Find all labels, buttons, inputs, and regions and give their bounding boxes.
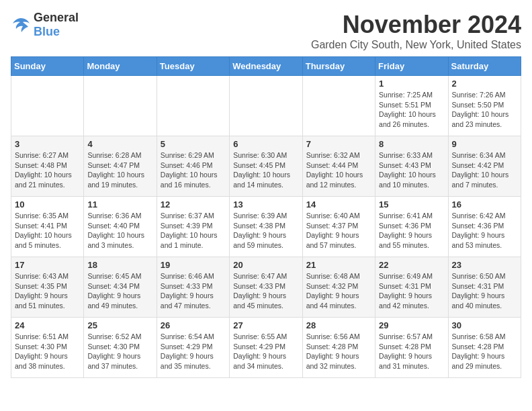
calendar-cell: 25Sunrise: 6:52 AM Sunset: 4:30 PM Dayli…	[84, 318, 157, 378]
day-info: Sunrise: 6:50 AM Sunset: 4:31 PM Dayligh…	[452, 271, 517, 311]
calendar-cell: 6Sunrise: 6:30 AM Sunset: 4:45 PM Daylig…	[230, 136, 302, 197]
day-info: Sunrise: 6:35 AM Sunset: 4:41 PM Dayligh…	[15, 211, 80, 250]
day-number: 19	[161, 260, 226, 270]
calendar-week-5: 24Sunrise: 6:51 AM Sunset: 4:30 PM Dayli…	[11, 318, 521, 378]
day-number: 26	[161, 320, 226, 330]
calendar-cell: 4Sunrise: 6:28 AM Sunset: 4:47 PM Daylig…	[84, 136, 157, 197]
calendar-cell: 24Sunrise: 6:51 AM Sunset: 4:30 PM Dayli…	[11, 318, 84, 378]
weekday-header-row: SundayMondayTuesdayWednesdayThursdayFrid…	[11, 57, 521, 76]
calendar-cell	[84, 76, 157, 136]
day-info: Sunrise: 6:34 AM Sunset: 4:42 PM Dayligh…	[452, 150, 517, 190]
day-info: Sunrise: 6:41 AM Sunset: 4:36 PM Dayligh…	[379, 211, 444, 250]
day-info: Sunrise: 6:55 AM Sunset: 4:29 PM Dayligh…	[233, 332, 298, 371]
calendar-cell: 22Sunrise: 6:49 AM Sunset: 4:31 PM Dayli…	[375, 257, 448, 318]
calendar-cell: 9Sunrise: 6:34 AM Sunset: 4:42 PM Daylig…	[448, 136, 521, 197]
day-number: 16	[452, 199, 517, 210]
calendar-cell: 1Sunrise: 7:25 AM Sunset: 5:51 PM Daylig…	[375, 76, 448, 136]
day-info: Sunrise: 6:32 AM Sunset: 4:44 PM Dayligh…	[306, 150, 371, 190]
calendar-cell: 8Sunrise: 6:33 AM Sunset: 4:43 PM Daylig…	[375, 136, 448, 197]
day-number: 11	[87, 199, 152, 210]
day-number: 14	[306, 199, 371, 210]
calendar-week-3: 10Sunrise: 6:35 AM Sunset: 4:41 PM Dayli…	[11, 197, 521, 257]
day-info: Sunrise: 6:52 AM Sunset: 4:30 PM Dayligh…	[87, 332, 152, 371]
calendar-cell: 16Sunrise: 6:42 AM Sunset: 4:36 PM Dayli…	[448, 197, 521, 257]
day-number: 9	[452, 139, 517, 149]
day-number: 20	[233, 260, 298, 270]
day-number: 7	[306, 139, 371, 149]
day-number: 13	[233, 199, 298, 210]
calendar-cell	[11, 76, 84, 136]
day-info: Sunrise: 6:56 AM Sunset: 4:28 PM Dayligh…	[306, 332, 371, 371]
day-number: 8	[379, 139, 444, 149]
calendar-table: SundayMondayTuesdayWednesdayThursdayFrid…	[11, 56, 521, 378]
day-number: 15	[379, 199, 444, 210]
day-number: 18	[87, 260, 152, 270]
day-number: 24	[15, 320, 80, 330]
calendar-cell: 5Sunrise: 6:29 AM Sunset: 4:46 PM Daylig…	[157, 136, 229, 197]
day-info: Sunrise: 6:51 AM Sunset: 4:30 PM Dayligh…	[15, 332, 80, 371]
day-number: 27	[233, 320, 298, 330]
calendar-cell: 11Sunrise: 6:36 AM Sunset: 4:40 PM Dayli…	[84, 197, 157, 257]
calendar-cell: 17Sunrise: 6:43 AM Sunset: 4:35 PM Dayli…	[11, 257, 84, 318]
day-info: Sunrise: 6:33 AM Sunset: 4:43 PM Dayligh…	[379, 150, 444, 190]
day-number: 17	[15, 260, 80, 270]
weekday-header-friday: Friday	[375, 57, 448, 76]
weekday-header-sunday: Sunday	[11, 57, 84, 76]
month-title: November 2024	[311, 11, 521, 39]
calendar-cell: 14Sunrise: 6:40 AM Sunset: 4:37 PM Dayli…	[302, 197, 375, 257]
day-info: Sunrise: 6:43 AM Sunset: 4:35 PM Dayligh…	[15, 271, 80, 311]
day-number: 29	[379, 320, 444, 330]
day-number: 1	[379, 79, 444, 89]
logo-general-text: General	[34, 11, 79, 24]
weekday-header-saturday: Saturday	[448, 57, 521, 76]
calendar-cell: 12Sunrise: 6:37 AM Sunset: 4:39 PM Dayli…	[157, 197, 229, 257]
calendar-week-1: 1Sunrise: 7:25 AM Sunset: 5:51 PM Daylig…	[11, 76, 521, 136]
day-number: 25	[87, 320, 152, 330]
weekday-header-tuesday: Tuesday	[157, 57, 229, 76]
calendar-cell: 20Sunrise: 6:47 AM Sunset: 4:33 PM Dayli…	[230, 257, 302, 318]
calendar-cell: 21Sunrise: 6:48 AM Sunset: 4:32 PM Dayli…	[302, 257, 375, 318]
day-info: Sunrise: 6:47 AM Sunset: 4:33 PM Dayligh…	[233, 271, 298, 311]
day-info: Sunrise: 7:26 AM Sunset: 5:50 PM Dayligh…	[452, 90, 517, 130]
logo-blue-text: Blue	[34, 25, 60, 38]
calendar-cell: 19Sunrise: 6:46 AM Sunset: 4:33 PM Dayli…	[157, 257, 229, 318]
day-info: Sunrise: 6:40 AM Sunset: 4:37 PM Dayligh…	[306, 211, 371, 250]
location-title: Garden City South, New York, United Stat…	[311, 39, 521, 51]
weekday-header-thursday: Thursday	[302, 57, 375, 76]
day-info: Sunrise: 6:29 AM Sunset: 4:46 PM Dayligh…	[161, 150, 226, 190]
day-info: Sunrise: 6:54 AM Sunset: 4:29 PM Dayligh…	[161, 332, 226, 371]
day-number: 23	[452, 260, 517, 270]
day-number: 22	[379, 260, 444, 270]
calendar-cell: 27Sunrise: 6:55 AM Sunset: 4:29 PM Dayli…	[230, 318, 302, 378]
day-info: Sunrise: 6:42 AM Sunset: 4:36 PM Dayligh…	[452, 211, 517, 250]
day-info: Sunrise: 6:27 AM Sunset: 4:48 PM Dayligh…	[15, 150, 80, 190]
day-info: Sunrise: 6:57 AM Sunset: 4:28 PM Dayligh…	[379, 332, 444, 371]
day-number: 2	[452, 79, 517, 89]
day-number: 4	[87, 139, 152, 149]
calendar-cell: 28Sunrise: 6:56 AM Sunset: 4:28 PM Dayli…	[302, 318, 375, 378]
calendar-cell	[230, 76, 302, 136]
day-info: Sunrise: 6:30 AM Sunset: 4:45 PM Dayligh…	[233, 150, 298, 190]
day-info: Sunrise: 6:39 AM Sunset: 4:38 PM Dayligh…	[233, 211, 298, 250]
day-info: Sunrise: 6:36 AM Sunset: 4:40 PM Dayligh…	[87, 211, 152, 250]
calendar-week-2: 3Sunrise: 6:27 AM Sunset: 4:48 PM Daylig…	[11, 136, 521, 197]
calendar-cell	[302, 76, 375, 136]
day-number: 12	[161, 199, 226, 210]
day-number: 10	[15, 199, 80, 210]
day-number: 6	[233, 139, 298, 149]
logo-bird-icon	[11, 17, 31, 33]
day-number: 21	[306, 260, 371, 270]
weekday-header-monday: Monday	[84, 57, 157, 76]
day-info: Sunrise: 6:49 AM Sunset: 4:31 PM Dayligh…	[379, 271, 444, 311]
day-number: 28	[306, 320, 371, 330]
day-info: Sunrise: 6:45 AM Sunset: 4:34 PM Dayligh…	[87, 271, 152, 311]
calendar-cell: 13Sunrise: 6:39 AM Sunset: 4:38 PM Dayli…	[230, 197, 302, 257]
calendar-cell	[157, 76, 229, 136]
calendar-cell: 18Sunrise: 6:45 AM Sunset: 4:34 PM Dayli…	[84, 257, 157, 318]
header: General Blue November 2024 Garden City S…	[11, 11, 521, 51]
day-info: Sunrise: 6:58 AM Sunset: 4:28 PM Dayligh…	[452, 332, 517, 371]
weekday-header-wednesday: Wednesday	[230, 57, 302, 76]
calendar-cell: 2Sunrise: 7:26 AM Sunset: 5:50 PM Daylig…	[448, 76, 521, 136]
calendar-week-4: 17Sunrise: 6:43 AM Sunset: 4:35 PM Dayli…	[11, 257, 521, 318]
calendar-cell: 10Sunrise: 6:35 AM Sunset: 4:41 PM Dayli…	[11, 197, 84, 257]
